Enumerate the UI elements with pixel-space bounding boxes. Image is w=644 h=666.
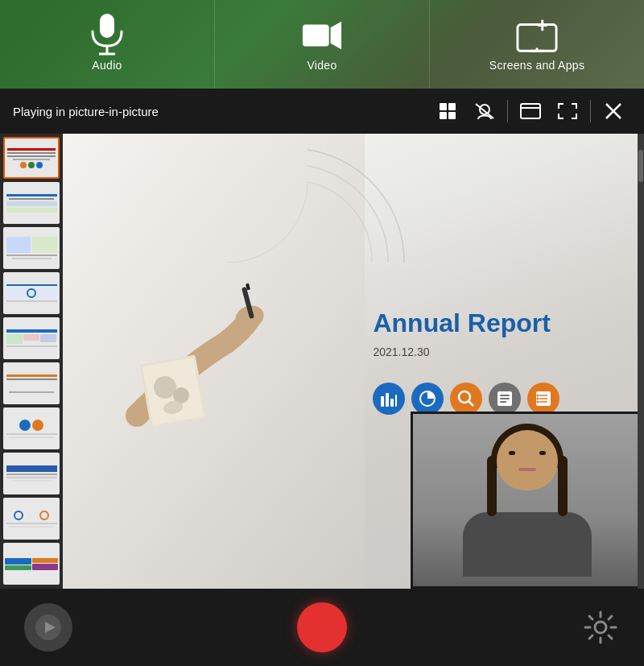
scroll-bar[interactable] <box>638 134 644 589</box>
svg-rect-11 <box>448 103 456 110</box>
pip-fullscreen-button[interactable] <box>550 93 585 129</box>
svg-point-45 <box>537 400 539 403</box>
svg-rect-12 <box>440 112 447 119</box>
slide-icon-list[interactable] <box>527 383 559 415</box>
slide-thumb-10[interactable] <box>3 543 60 585</box>
pip-person-body <box>463 512 592 577</box>
pip-status-text: Playing in picture-in-picture <box>13 105 420 118</box>
svg-line-56 <box>589 635 592 639</box>
pip-camera-bg <box>413 414 642 586</box>
hand-writing-svg <box>121 271 314 432</box>
slide-background: Annual Report 2021.12.30 <box>63 134 644 589</box>
video-icon <box>301 17 343 54</box>
svg-rect-29 <box>386 393 389 407</box>
svg-rect-10 <box>440 103 447 110</box>
pip-divider-1 <box>507 100 508 122</box>
svg-line-54 <box>609 635 612 639</box>
pip-close-button[interactable] <box>596 93 631 129</box>
svg-rect-3 <box>303 25 329 47</box>
screens-apps-label: Screens and Apps <box>489 59 584 72</box>
panopto-logo-button[interactable] <box>24 603 72 652</box>
svg-line-53 <box>589 616 592 619</box>
pip-divider-2 <box>590 100 591 122</box>
slide-icon-row <box>373 383 628 415</box>
pip-person-head <box>487 424 568 520</box>
slide-thumb-7[interactable] <box>3 407 60 449</box>
svg-rect-5 <box>518 25 556 52</box>
pip-window-button[interactable] <box>513 93 548 129</box>
svg-rect-28 <box>381 396 384 407</box>
slide-icon-search[interactable] <box>450 383 482 415</box>
slide-date: 2021.12.30 <box>373 345 628 358</box>
svg-line-55 <box>609 616 612 619</box>
slide-icon-pie[interactable] <box>411 383 444 415</box>
svg-line-34 <box>469 401 473 406</box>
screens-apps-icon <box>516 17 558 54</box>
presentation-area: Annual Report 2021.12.30 <box>63 134 644 589</box>
svg-marker-4 <box>331 22 341 50</box>
video-label: Video <box>307 59 336 72</box>
svg-rect-38 <box>500 401 506 403</box>
screens-apps-button[interactable]: Screens and Apps <box>430 0 644 89</box>
video-button[interactable]: Video <box>215 0 430 89</box>
slide-thumb-3[interactable] <box>3 227 60 269</box>
audio-label: Audio <box>92 59 122 72</box>
svg-rect-0 <box>100 14 114 38</box>
svg-rect-16 <box>521 104 540 118</box>
slide-thumb-8[interactable] <box>3 453 60 494</box>
pip-camera-overlay <box>411 412 644 589</box>
bottom-bar <box>0 589 644 666</box>
main-content: Annual Report 2021.12.30 <box>0 134 644 589</box>
settings-button[interactable] <box>581 608 620 647</box>
svg-point-33 <box>459 391 470 403</box>
slide-icon-book[interactable] <box>489 383 521 415</box>
svg-rect-13 <box>448 112 456 119</box>
slide-thumb-5[interactable] <box>3 317 60 359</box>
slide-thumb-6[interactable] <box>3 362 60 404</box>
pip-controls <box>430 93 631 129</box>
slide-title: Annual Report <box>373 308 628 338</box>
scroll-thumb <box>638 150 643 182</box>
audio-button[interactable]: Audio <box>0 0 215 89</box>
svg-rect-30 <box>390 399 394 407</box>
slide-thumb-4[interactable] <box>3 272 60 314</box>
svg-rect-31 <box>395 395 397 407</box>
slide-icon-chart[interactable] <box>373 383 405 415</box>
slide-thumb-9[interactable] <box>3 498 60 540</box>
svg-point-44 <box>537 397 539 399</box>
pip-no-video-button[interactable] <box>467 93 502 129</box>
record-button[interactable] <box>297 602 347 652</box>
top-toolbar: Audio Video Screens and Apps <box>0 0 644 89</box>
audio-icon <box>86 17 128 54</box>
slide-thumb-1[interactable] <box>3 137 60 179</box>
svg-rect-37 <box>500 398 510 399</box>
pip-bar: Playing in picture-in-picture <box>0 89 644 134</box>
slide-panel <box>0 134 63 589</box>
svg-rect-36 <box>500 395 510 396</box>
svg-point-43 <box>537 394 539 396</box>
pip-grid-button[interactable] <box>430 93 465 129</box>
slide-thumb-2[interactable] <box>3 182 60 224</box>
svg-point-48 <box>595 622 606 633</box>
